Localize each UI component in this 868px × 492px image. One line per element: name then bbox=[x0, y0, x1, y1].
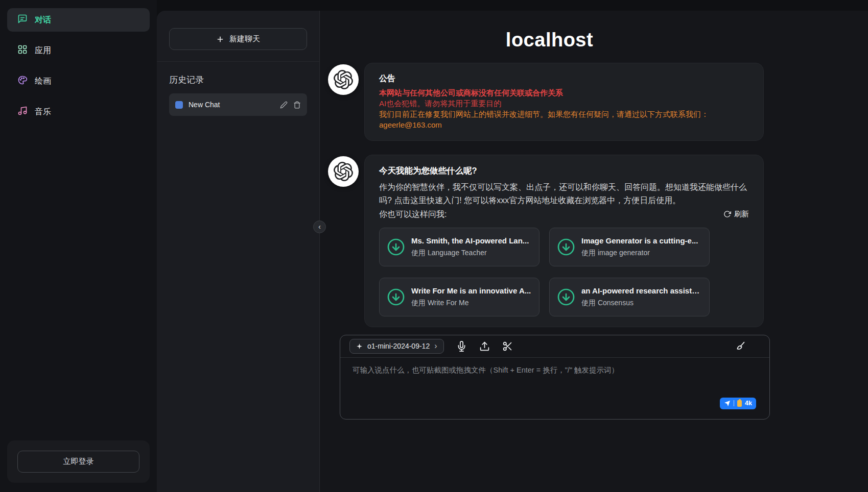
upload-icon[interactable] bbox=[479, 341, 490, 352]
contact-email-link[interactable]: ageerle@163.com bbox=[379, 119, 442, 130]
refresh-label: 刷新 bbox=[734, 209, 749, 219]
chat-title: New Chat bbox=[189, 101, 274, 109]
input-placeholder: 可输入说点什么，也可贴截图或拖拽文件（Shift + Enter = 换行，"/… bbox=[340, 358, 769, 375]
scissors-icon[interactable] bbox=[502, 341, 513, 352]
suggestion-grid: Ms. Smith, the AI-powered Lan... 使用 Lang… bbox=[379, 228, 749, 316]
arrow-down-circle-icon bbox=[557, 288, 575, 306]
page-title: localhost bbox=[328, 29, 771, 51]
arrow-down-circle-icon bbox=[557, 238, 575, 256]
sidebar-item-label: 对话 bbox=[35, 15, 51, 26]
announcement-line: 我们目前正在修复我们网站上的错误并改进细节。如果您有任何疑问，请通过以下方式联系… bbox=[379, 109, 749, 119]
suggestion-title: Write For Me is an innovative A... bbox=[411, 286, 531, 295]
chat-bubble-icon bbox=[17, 14, 28, 26]
suggestion-title: Image Generator is a cutting-e... bbox=[581, 236, 698, 245]
assistant-avatar bbox=[328, 64, 359, 95]
sidebar-item-label: 应用 bbox=[35, 45, 51, 56]
openai-logo-icon bbox=[334, 162, 353, 181]
workspace: 新建聊天 历史记录 New Chat ‹ localhost bbox=[157, 11, 868, 492]
suggestion-subtitle: 使用 Write For Me bbox=[411, 299, 531, 308]
sidebar-footer: 立即登录 bbox=[7, 440, 150, 483]
chat-list-panel: 新建聊天 历史记录 New Chat ‹ bbox=[157, 11, 320, 492]
sidebar-item-apps[interactable]: 应用 bbox=[7, 39, 150, 62]
edit-icon[interactable] bbox=[280, 101, 288, 109]
sparkle-icon bbox=[356, 343, 363, 350]
token-battery-icon bbox=[737, 400, 742, 407]
sidebar-item-music[interactable]: 音乐 bbox=[7, 100, 150, 124]
new-chat-section: 新建聊天 bbox=[157, 11, 319, 62]
welcome-heading: 今天我能为您做些什么呢? bbox=[379, 165, 749, 177]
refresh-button[interactable]: 刷新 bbox=[723, 209, 749, 219]
model-selector[interactable]: o1-mini-2024-09-12 › bbox=[349, 339, 444, 354]
openai-logo-icon bbox=[334, 70, 353, 89]
suggestion-card[interactable]: Write For Me is an innovative A... 使用 Wr… bbox=[379, 278, 539, 316]
refresh-icon bbox=[723, 210, 731, 218]
palette-icon bbox=[17, 75, 28, 87]
assistant-avatar bbox=[328, 156, 359, 187]
message-input[interactable]: 可输入说点什么，也可贴截图或拖拽文件（Shift + Enter = 换行，"/… bbox=[340, 358, 769, 420]
chat-main: localhost 公告 本网站与任何其他公司或商标没有任何关联或合作关系 AI… bbox=[320, 11, 868, 492]
composer: o1-mini-2024-09-12 › bbox=[340, 335, 770, 420]
composer-toolbar: o1-mini-2024-09-12 › bbox=[340, 335, 769, 358]
announcement-line: AI也会犯错。请勿将其用于重要目的 bbox=[379, 98, 749, 109]
suggestion-texts: Write For Me is an innovative A... 使用 Wr… bbox=[411, 286, 531, 308]
history-title: 历史记录 bbox=[169, 74, 307, 86]
arrow-down-circle-icon bbox=[387, 238, 405, 256]
chat-list-item[interactable]: New Chat bbox=[169, 93, 307, 116]
suggestion-subtitle: 使用 image generator bbox=[581, 249, 698, 258]
suggestion-card[interactable]: Ms. Smith, the AI-powered Lan... 使用 Lang… bbox=[379, 228, 539, 266]
new-chat-label: 新建聊天 bbox=[229, 34, 260, 44]
announcement-heading: 公告 bbox=[379, 73, 749, 84]
sidebar-item-label: 绘画 bbox=[35, 76, 51, 87]
suggestion-texts: Image Generator is a cutting-e... 使用 ima… bbox=[581, 236, 698, 258]
message-announcement: 公告 本网站与任何其他公司或商标没有任何关联或合作关系 AI也会犯错。请勿将其用… bbox=[328, 63, 764, 141]
new-chat-button[interactable]: 新建聊天 bbox=[169, 28, 307, 50]
clear-context-broom-icon[interactable] bbox=[735, 341, 746, 352]
suggestion-subtitle: 使用 Language Teacher bbox=[411, 249, 529, 258]
ask-line: 你也可以这样问我: bbox=[379, 208, 447, 221]
sidebar: 对话 应用 绘画 音乐 立即登录 bbox=[0, 0, 157, 492]
suggestion-title: an AI-powered research assista... bbox=[581, 286, 702, 295]
chevron-right-icon: › bbox=[434, 342, 437, 350]
suggestion-card[interactable]: Image Generator is a cutting-e... 使用 ima… bbox=[549, 228, 710, 266]
badge-divider bbox=[734, 400, 734, 406]
collapse-sidebar-handle[interactable]: ‹ bbox=[313, 220, 326, 233]
sidebar-item-paint[interactable]: 绘画 bbox=[7, 69, 150, 93]
grid-icon bbox=[17, 44, 28, 57]
suggestion-card[interactable]: an AI-powered research assista... 使用 Con… bbox=[549, 278, 710, 316]
welcome-bubble: 今天我能为您做些什么呢? 作为你的智慧伙伴，我不仅可以写文案、出点子，还可以和你… bbox=[364, 155, 764, 327]
token-count: 4k bbox=[745, 400, 752, 407]
suggestion-texts: Ms. Smith, the AI-powered Lan... 使用 Lang… bbox=[411, 236, 529, 258]
message-welcome: 今天我能为您做些什么呢? 作为你的智慧伙伴，我不仅可以写文案、出点子，还可以和你… bbox=[328, 155, 764, 327]
login-button[interactable]: 立即登录 bbox=[17, 451, 139, 473]
microphone-icon[interactable] bbox=[456, 341, 467, 352]
suggestion-subtitle: 使用 Consensus bbox=[581, 299, 702, 308]
model-name: o1-mini-2024-09-12 bbox=[367, 342, 430, 350]
announcement-line: 本网站与任何其他公司或商标没有任何关联或合作关系 bbox=[379, 87, 749, 98]
sidebar-item-label: 音乐 bbox=[35, 107, 51, 117]
suggestion-title: Ms. Smith, the AI-powered Lan... bbox=[411, 236, 529, 245]
suggestion-texts: an AI-powered research assista... 使用 Con… bbox=[581, 286, 702, 308]
send-icon bbox=[724, 400, 731, 407]
welcome-body: 作为你的智慧伙伴，我不仅可以写文案、出点子，还可以和你聊天、回答问题。想知道我还… bbox=[379, 181, 749, 207]
send-token-badge[interactable]: 4k bbox=[720, 398, 756, 409]
music-note-icon bbox=[17, 106, 28, 118]
prompt-row: 你也可以这样问我: 刷新 bbox=[379, 208, 749, 221]
plus-icon bbox=[216, 35, 224, 43]
chat-color-swatch bbox=[175, 101, 183, 109]
announcement-bubble: 公告 本网站与任何其他公司或商标没有任何关联或合作关系 AI也会犯错。请勿将其用… bbox=[364, 63, 764, 141]
trash-icon[interactable] bbox=[293, 101, 301, 109]
app-root: 对话 应用 绘画 音乐 立即登录 bbox=[0, 0, 868, 492]
arrow-down-circle-icon bbox=[387, 288, 405, 306]
sidebar-item-chat[interactable]: 对话 bbox=[7, 8, 150, 32]
